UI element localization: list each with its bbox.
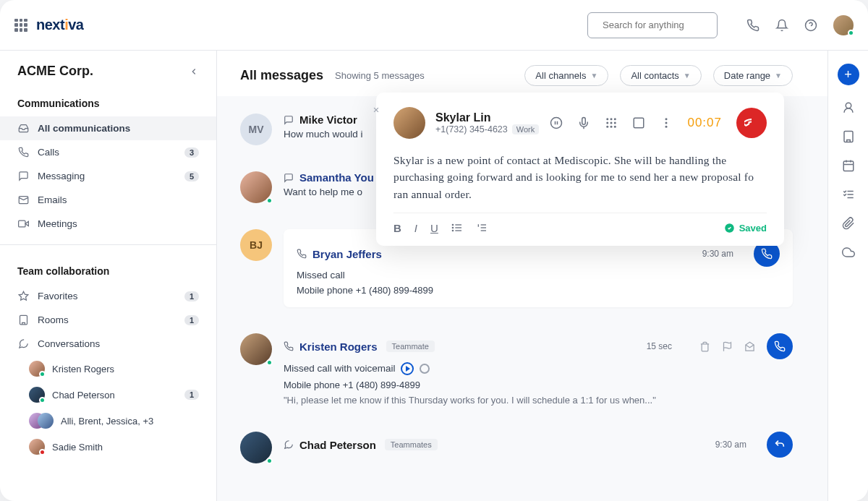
badge: 3 [184,147,199,158]
collapse-icon[interactable] [369,103,383,117]
bold-button[interactable]: B [393,222,401,234]
sidebar-item-meetings[interactable]: Meetings [0,212,216,236]
conversation-chad[interactable]: Chad Peterson 1 [0,382,216,408]
sidebar-item-conversations[interactable]: Conversations [0,332,216,356]
thread-row[interactable]: Chad Peterson Teammates 9:30 am [240,419,793,476]
svg-point-17 [614,126,616,128]
more-icon[interactable] [660,116,673,129]
conversation-kristen[interactable]: Kristen Rogers [0,356,216,382]
mic-icon[interactable] [577,116,590,129]
sidebar-item-all-communications[interactable]: All communications [0,116,216,140]
brand-logo: nextiva [36,17,83,33]
svg-point-26 [452,228,453,228]
attachment-icon[interactable] [842,217,855,230]
phone-icon[interactable] [746,19,760,32]
pause-icon[interactable] [550,116,563,129]
thread-name: Mike Victor [299,114,357,126]
thread-time: 9:30 am [715,440,746,450]
svg-point-14 [614,122,616,124]
help-icon[interactable] [804,19,817,32]
thread-row[interactable]: Kristen Rogers Teammate 15 sec Mis [240,320,793,419]
thread-tag: Teammate [386,341,435,352]
svg-point-13 [610,122,613,124]
sidebar-item-messaging[interactable]: Messaging 5 [0,164,216,188]
filter-contacts[interactable]: All contacts▼ [620,65,701,86]
svg-rect-3 [18,220,25,227]
thread-quote: "Hi, please let me know if this Thursday… [284,395,793,406]
chevron-down-icon: ▼ [590,72,597,80]
search-input-wrapper[interactable] [587,12,718,38]
conversation-label: Sadie Smith [52,442,103,453]
dialpad-icon[interactable] [605,116,618,129]
chat-icon [17,171,29,181]
thread-meta: Mobile phone +1 (480) 899-4899 [284,380,793,390]
thread-name: Chad Peterson [299,439,376,451]
thread-line: Missed call with voicemail [284,362,793,375]
star-icon [17,291,29,301]
mail-open-icon[interactable] [744,341,755,352]
sidebar-item-emails[interactable]: Emails [0,188,216,212]
conversations-icon [17,338,29,349]
play-voicemail-button[interactable] [401,362,414,375]
bell-icon[interactable] [775,19,788,32]
badge: 1 [184,315,199,325]
sidebar-item-label: Conversations [38,338,100,349]
svg-marker-4 [19,291,28,300]
sidebar-item-calls[interactable]: Calls 3 [0,140,216,164]
tasks-icon[interactable] [842,188,855,201]
italic-button[interactable]: I [414,222,417,234]
bullet-list-button[interactable] [451,222,463,234]
svg-point-6 [551,118,562,129]
note-icon[interactable] [632,116,645,129]
svg-point-25 [452,225,453,226]
callback-button[interactable] [767,333,793,359]
svg-point-10 [610,118,613,120]
conversation-group[interactable]: Alli, Brent, Jessica, +3 [0,408,216,434]
hangup-button[interactable] [736,108,767,138]
svg-point-27 [452,231,453,231]
svg-point-21 [665,126,668,128]
phone-icon [17,147,29,158]
numbered-list-button[interactable] [476,222,488,234]
sidebar-item-rooms[interactable]: Rooms 1 [0,308,216,332]
filter-channels[interactable]: All channels▼ [524,65,608,86]
sidebar-item-label: Meetings [38,218,77,229]
thread-time: 9:30 am [702,249,733,259]
svg-point-12 [607,122,609,124]
svg-point-19 [665,118,668,120]
underline-button[interactable]: U [430,222,438,234]
active-call-panel: Skylar Lin +1(732) 345-4623Work 00:07 Sk… [376,93,784,246]
sidebar-collapse-icon[interactable] [189,67,199,77]
svg-point-11 [614,118,616,120]
apps-menu-icon[interactable] [14,19,27,32]
svg-point-20 [665,122,668,124]
flag-icon[interactable] [722,341,733,352]
filter-date[interactable]: Date range▼ [713,65,793,86]
svg-point-32 [846,103,851,108]
thread-name: Kristen Rogers [299,341,378,353]
sidebar-item-label: Messaging [38,171,85,181]
svg-point-9 [607,118,609,120]
avatar [29,439,45,455]
avatar [240,333,272,365]
reply-button[interactable] [767,432,793,458]
trash-icon[interactable] [699,341,710,352]
thread-duration: 15 sec [647,341,672,351]
calendar-icon[interactable] [842,159,855,172]
contact-icon[interactable] [842,101,855,114]
avatar [240,171,272,203]
conversation-sadie[interactable]: Sadie Smith [0,434,216,460]
page-title: All messages [240,68,323,83]
avatar: MV [240,114,272,145]
search-input[interactable] [603,20,724,30]
call-note[interactable]: Skylar is a new point of contact at Medi… [393,152,767,202]
add-button[interactable]: + [838,64,859,85]
cloud-icon[interactable] [842,246,855,259]
svg-rect-34 [843,161,854,171]
thread-line: Missed call [297,270,780,281]
sidebar-item-label: Favorites [38,291,78,301]
chevron-down-icon: ▼ [775,72,782,80]
building-icon[interactable] [842,130,855,143]
sidebar-item-favorites[interactable]: Favorites 1 [0,284,216,308]
user-avatar[interactable] [833,15,854,35]
